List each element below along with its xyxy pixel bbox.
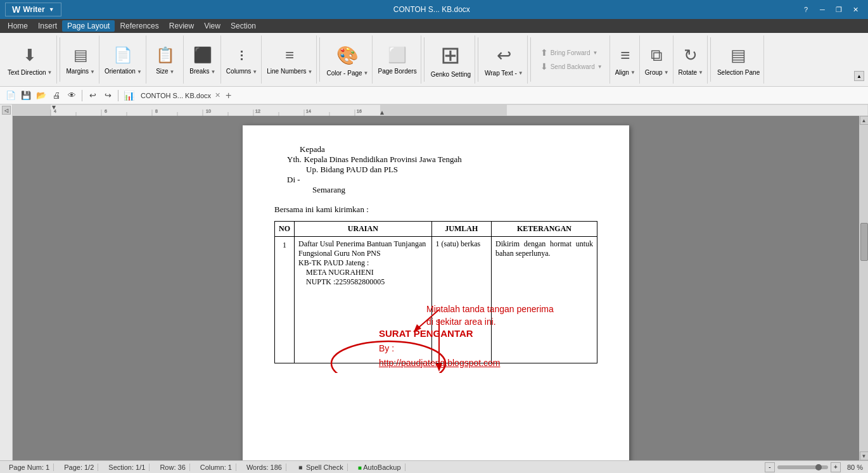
svg-text:10: 10	[206, 109, 211, 113]
line-numbers-label-row[interactable]: Line Numbers ▼	[267, 68, 312, 75]
title-bar: W Writer ▼ CONTOH S... KB.docx ? ─ ❐ ✕	[0, 0, 868, 19]
wrap-text-label-row[interactable]: Wrap Text - ▼	[485, 70, 523, 77]
table-header-row: NO URAIAN JUMLAH KETERANGAN	[275, 222, 597, 237]
line-numbers-button[interactable]: ≡	[281, 44, 298, 66]
close-button[interactable]: ✕	[848, 3, 863, 16]
surat-url: http://paudjateng.blogspot.com	[379, 356, 500, 370]
ruler-svg: 4 6 8 10 12 14 16	[13, 104, 868, 116]
text-direction-button[interactable]: ⬇	[18, 43, 41, 68]
margins-button[interactable]: ▤	[69, 44, 93, 66]
autobackup-dot: ■	[358, 464, 362, 471]
align-button[interactable]: ≡	[616, 43, 634, 68]
breaks-label: Breaks	[189, 68, 209, 75]
columns-label-row[interactable]: Columns ▼	[226, 68, 257, 75]
breaks-label-row[interactable]: Breaks ▼	[189, 68, 215, 75]
t2-open-button[interactable]: 📂	[34, 89, 48, 103]
sep-5	[530, 37, 531, 82]
sep-4	[478, 37, 478, 82]
send-backward-button[interactable]: ⬇ Send Backward ▼	[537, 60, 606, 73]
t2-redo-button[interactable]: ↪	[101, 89, 115, 103]
size-arrow: ▼	[170, 69, 175, 75]
wrap-text-arrow: ▼	[518, 70, 523, 76]
genko-setting-button[interactable]: ⊞	[436, 41, 465, 70]
zoom-in-button[interactable]: +	[831, 462, 841, 472]
t2-undo-button[interactable]: ↩	[86, 89, 99, 103]
tab-add-button[interactable]: +	[226, 90, 231, 101]
rotate-button[interactable]: ↻	[679, 43, 702, 68]
t2-print-button[interactable]: 🖨	[49, 89, 63, 103]
wrap-text-icon: ↩	[497, 45, 511, 66]
page-color-label-row[interactable]: Color - Page ▼	[326, 70, 368, 77]
title-bar-controls: ? ─ ❐ ✕	[798, 3, 863, 16]
t2-preview-button[interactable]: 👁	[65, 89, 79, 103]
kepada-line: Kepada	[300, 144, 597, 155]
rotate-label-row[interactable]: Rotate ▼	[679, 69, 703, 77]
rotate-label: Rotate	[679, 69, 697, 77]
line-numbers-label: Line Numbers	[267, 68, 306, 75]
toolbar-group-selection-pane: ▤ Selection Pane	[713, 35, 764, 84]
group-button[interactable]: ⧉	[646, 43, 667, 68]
restore-button[interactable]: ❐	[831, 3, 846, 16]
page-borders-button[interactable]: ⬜	[383, 44, 411, 66]
align-label-row[interactable]: Align ▼	[615, 69, 635, 77]
status-spell-check[interactable]: ◾ Spell Check	[293, 464, 348, 471]
scroll-track[interactable]	[860, 125, 869, 451]
menu-references[interactable]: References	[115, 20, 163, 32]
toolbar-expand-area: ▲	[854, 71, 864, 84]
text-direction-label-row[interactable]: Text Direction ▼	[8, 69, 53, 77]
status-words: Words: 186	[243, 464, 286, 471]
selection-pane-button[interactable]: ▤	[726, 43, 751, 68]
document-canvas[interactable]: Kepada Yth. Kepala Dinas Pendidikan Prov…	[13, 116, 859, 460]
zoom-out-button[interactable]: -	[765, 462, 775, 472]
t2-new-button[interactable]: 📄	[4, 89, 18, 103]
columns-button[interactable]: ⫶	[234, 44, 250, 66]
toolbar-expand-button[interactable]: ▲	[854, 71, 864, 81]
writer-logo[interactable]: W Writer ▼	[5, 3, 61, 16]
menu-page-layout[interactable]: Page Layout	[62, 20, 115, 32]
status-column: Column: 1	[196, 464, 236, 471]
toolbar-group-orientation: 📄 Orientation ▼	[101, 35, 146, 84]
orientation-icon: 📄	[113, 46, 132, 64]
margins-label: Margins	[67, 68, 89, 75]
toolbar-group-page-borders: ⬜ Page Borders	[374, 35, 421, 84]
orientation-label-row[interactable]: Orientation ▼	[105, 68, 142, 75]
size-label-row[interactable]: Size ▼	[156, 68, 174, 75]
menu-section[interactable]: Section	[226, 20, 261, 32]
zoom-thumb[interactable]	[815, 464, 822, 470]
zoom-level: 80 %	[847, 464, 863, 471]
scroll-thumb[interactable]	[860, 223, 868, 261]
wrap-text-button[interactable]: ↩	[492, 42, 516, 68]
page-borders-label-row[interactable]: Page Borders	[378, 68, 416, 75]
menu-view[interactable]: View	[199, 20, 226, 32]
orientation-label: Orientation	[105, 68, 136, 75]
size-button[interactable]: 📋	[151, 44, 179, 66]
orientation-button[interactable]: 📄	[109, 44, 137, 66]
help-button[interactable]: ?	[798, 3, 814, 16]
surat-pengantar-annotation: SURAT PENGANTAR By : http://paudjateng.b…	[379, 326, 500, 370]
rotate-arrow: ▼	[698, 70, 703, 75]
di-line: Di -	[287, 175, 597, 185]
minimize-button[interactable]: ─	[815, 3, 830, 16]
toolbar-group-columns: ⫶ Columns ▼	[222, 35, 262, 84]
breaks-button[interactable]: ⬛	[189, 44, 217, 66]
col-no: NO	[275, 222, 295, 237]
zoom-slider[interactable]	[777, 465, 828, 469]
right-scrollbar[interactable]: ▲ ▼	[859, 116, 868, 460]
menu-home[interactable]: Home	[3, 20, 33, 32]
writer-dropdown-arrow[interactable]: ▼	[49, 6, 54, 13]
margins-label-row[interactable]: Margins ▼	[67, 68, 96, 75]
menu-insert[interactable]: Insert	[33, 20, 62, 32]
group-label-row[interactable]: Group ▼	[645, 69, 669, 77]
t2-save-button[interactable]: 💾	[19, 89, 33, 103]
cell-keterangan: Dikirim dengan hormat untuk bahan seperl…	[491, 237, 597, 363]
sep-3	[424, 37, 424, 82]
scroll-up-button[interactable]: ▲	[860, 116, 869, 125]
text-direction-icon: ⬇	[23, 46, 37, 65]
send-backward-icon: ⬇	[540, 61, 548, 72]
menu-review[interactable]: Review	[164, 20, 199, 32]
menu-bar: Home Insert Page Layout References Revie…	[0, 19, 868, 33]
page-color-button[interactable]: 🎨	[332, 42, 363, 68]
tab-close-x[interactable]: ✕	[215, 91, 220, 99]
scroll-down-button[interactable]: ▼	[860, 451, 869, 460]
bring-forward-button[interactable]: ⬆ Bring Forward ▼	[537, 46, 606, 60]
